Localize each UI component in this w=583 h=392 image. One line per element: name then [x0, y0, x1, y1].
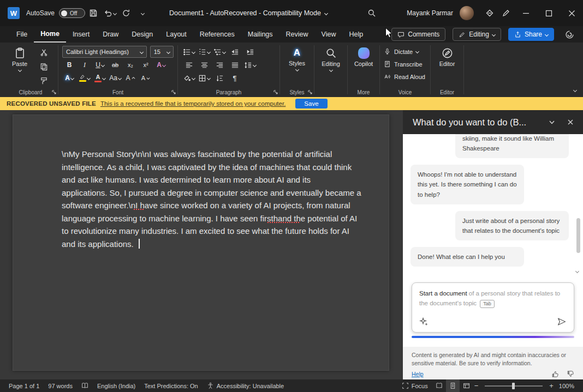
minimize-button[interactable] [514, 0, 537, 26]
increase-indent-button[interactable] [243, 46, 257, 58]
clipboard-dialog-launcher-icon[interactable] [52, 90, 56, 94]
editing-mode-button[interactable]: Editing [453, 28, 501, 41]
copy-button[interactable] [37, 61, 51, 73]
document-page[interactable]: \nMy Personal Story\n\nI was always fasc… [13, 114, 389, 371]
styles-button[interactable]: A Styles [284, 45, 310, 71]
page-indicator[interactable]: Page 1 of 1 [4, 383, 44, 389]
thumbs-down-icon[interactable] [567, 370, 574, 378]
tab-help[interactable]: Help [342, 26, 370, 43]
tab-insert[interactable]: Insert [66, 26, 96, 43]
pen-icon[interactable] [498, 5, 514, 21]
accessibility-status[interactable]: Accessibility: Unavailable [203, 382, 289, 389]
document-title[interactable]: Document1 - AutoRecovered - Compatibilit… [169, 9, 328, 17]
underline-button[interactable]: U [93, 59, 107, 71]
decrease-indent-button[interactable] [228, 46, 242, 58]
italic-button[interactable]: I [78, 59, 92, 71]
align-center-button[interactable] [197, 59, 211, 71]
borders-button[interactable] [197, 72, 211, 84]
banner-save-button[interactable]: Save [295, 99, 327, 108]
align-right-button[interactable] [212, 59, 227, 71]
close-panel-icon[interactable] [563, 115, 578, 129]
tab-mailings[interactable]: Mailings [241, 26, 279, 43]
scrollbar-thumb[interactable] [576, 218, 580, 253]
tab-view[interactable]: View [315, 26, 343, 43]
styles-dialog-launcher-icon[interactable] [308, 90, 312, 94]
strikethrough-button[interactable]: ab [108, 59, 122, 71]
banner-link[interactable]: This is a recovered file that is tempora… [100, 100, 285, 107]
tab-file[interactable]: File [10, 26, 34, 43]
tab-references[interactable]: References [193, 26, 241, 43]
numbering-button[interactable] [197, 46, 211, 58]
diamond-icon[interactable] [481, 5, 498, 21]
change-case-button[interactable]: Aa [108, 72, 122, 84]
font-color-button[interactable]: A [93, 72, 107, 84]
shrink-font-button[interactable]: A [139, 72, 153, 84]
copilot-icon[interactable] [561, 26, 578, 43]
editor-button[interactable]: Editor [435, 45, 460, 67]
read-mode-button[interactable] [432, 379, 446, 392]
font-name-combo[interactable]: Calibri Light (Headings) [62, 46, 147, 58]
align-left-button[interactable] [182, 59, 196, 71]
customize-quick-access-icon[interactable] [134, 5, 151, 21]
format-painter-button[interactable] [37, 75, 51, 87]
thumbs-up-icon[interactable] [551, 370, 559, 378]
user-name[interactable]: Mayank Parmar [407, 9, 453, 17]
scroll-down-icon[interactable] [576, 265, 579, 275]
bold-button[interactable]: B [62, 59, 76, 71]
zoom-slider[interactable] [485, 385, 543, 387]
zoom-out-button[interactable]: − [473, 382, 480, 390]
font-dialog-launcher-icon[interactable] [171, 90, 176, 94]
chat-input[interactable]: Start a document of a personal story tha… [412, 282, 574, 333]
document-text[interactable]: \nMy Personal Story\n\nI was always fasc… [62, 148, 361, 250]
tab-home[interactable]: Home [34, 26, 66, 43]
character-shading-button[interactable]: A [154, 59, 168, 71]
subscript-button[interactable]: x₂ [123, 59, 138, 71]
copilot-button[interactable]: Copilot [352, 45, 376, 67]
comments-button[interactable]: Comments [391, 28, 445, 41]
tab-layout[interactable]: Layout [159, 26, 193, 43]
font-size-combo[interactable]: 15 [150, 46, 174, 58]
text-effects-button[interactable]: A [62, 72, 76, 84]
tab-review[interactable]: Review [279, 26, 315, 43]
zoom-slider-thumb[interactable] [512, 383, 515, 389]
help-link[interactable]: Help [412, 371, 424, 377]
justify-button[interactable] [228, 59, 242, 71]
avatar[interactable] [460, 6, 474, 20]
send-icon[interactable] [557, 317, 567, 327]
maximize-button[interactable] [537, 0, 560, 26]
multilevel-list-button[interactable] [212, 46, 227, 58]
sort-button[interactable] [212, 72, 227, 84]
tab-design[interactable]: Design [125, 26, 159, 43]
zoom-in-button[interactable]: + [548, 382, 555, 390]
word-logo-icon[interactable]: W [8, 7, 20, 19]
transcribe-button[interactable]: Transcribe [384, 58, 426, 70]
shading-button[interactable] [182, 72, 196, 84]
language-indicator[interactable]: English (India) [93, 383, 140, 389]
web-layout-button[interactable] [460, 379, 473, 392]
redo-icon[interactable] [118, 5, 134, 21]
superscript-button[interactable]: x² [139, 59, 153, 71]
bullets-button[interactable] [182, 46, 196, 58]
text-highlight-button[interactable] [78, 72, 92, 84]
paste-button[interactable]: Paste [7, 45, 32, 87]
show-formatting-button[interactable]: ¶ [228, 72, 242, 84]
dictate-button[interactable]: Dictate [384, 45, 426, 58]
print-layout-button[interactable] [446, 379, 460, 392]
sparkle-icon[interactable] [419, 317, 428, 326]
proofing-icon[interactable] [77, 382, 93, 389]
text-predictions-indicator[interactable]: Text Predictions: On [140, 383, 202, 389]
editing-button[interactable]: Editing [318, 45, 343, 71]
close-button[interactable] [560, 0, 583, 26]
share-button[interactable]: Share [508, 28, 554, 41]
read-aloud-button[interactable]: Read Aloud [384, 70, 426, 83]
word-count[interactable]: 97 words [44, 383, 77, 389]
collapse-ribbon-icon[interactable] [574, 84, 576, 94]
save-icon[interactable] [85, 5, 102, 21]
chevron-down-icon[interactable] [545, 115, 559, 129]
zoom-level[interactable]: 100% [555, 383, 579, 389]
cut-button[interactable] [37, 46, 51, 58]
undo-icon[interactable] [102, 5, 118, 21]
autosave-toggle[interactable]: Off [59, 8, 85, 18]
paragraph-dialog-launcher-icon[interactable] [273, 90, 278, 94]
tab-draw[interactable]: Draw [96, 26, 125, 43]
